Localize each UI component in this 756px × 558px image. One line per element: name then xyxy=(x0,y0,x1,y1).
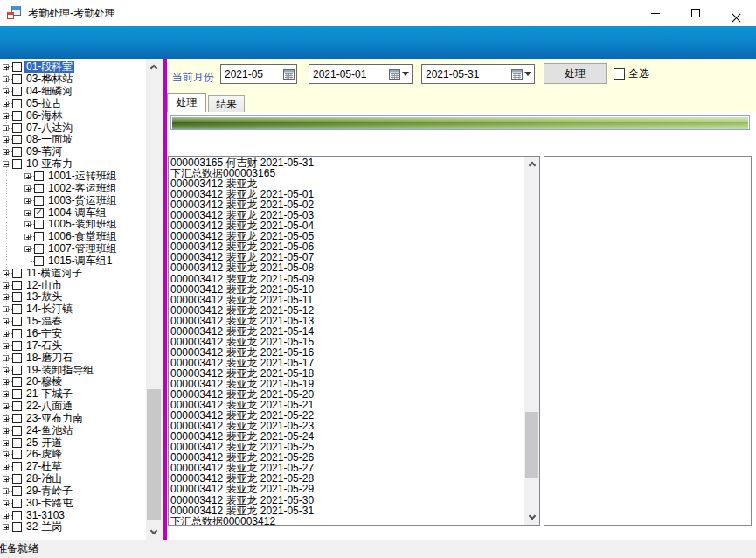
tree-checkbox[interactable] xyxy=(12,317,22,326)
tree-expander-icon[interactable] xyxy=(24,198,31,204)
tree-item[interactable]: 1005-装卸班组 xyxy=(0,219,145,231)
tree-item-label[interactable]: 16-宁安 xyxy=(24,328,64,339)
tree-scrollbar[interactable] xyxy=(146,59,162,540)
tree-checkbox[interactable] xyxy=(12,499,22,508)
tree-item[interactable]: 20-穆棱 xyxy=(0,376,145,388)
tree-item[interactable]: 1003-货运班组 xyxy=(0,194,145,206)
tree-item[interactable]: 06-海林 xyxy=(0,109,145,122)
tree-item-label[interactable]: 14-长汀镇 xyxy=(24,303,74,315)
tree-item[interactable]: 16-宁安 xyxy=(0,328,145,340)
tree-expander-icon[interactable] xyxy=(3,415,9,422)
tree-expander-icon[interactable] xyxy=(3,270,9,276)
tree-item[interactable]: 27-杜草 xyxy=(0,461,145,473)
tree-expander-icon[interactable] xyxy=(3,318,9,324)
tree-item-label[interactable]: 27-杜草 xyxy=(24,461,64,472)
tree-item[interactable]: 29-青岭子 xyxy=(0,485,145,498)
close-button[interactable] xyxy=(716,0,756,26)
tree-item-label[interactable]: 12-山市 xyxy=(24,280,64,291)
tree-item[interactable]: 17-石头 xyxy=(0,339,145,352)
tree-expander-icon[interactable] xyxy=(3,149,9,155)
tree-item-label[interactable]: 05-拉古 xyxy=(24,98,64,109)
tree-item-label[interactable]: 08-一面坡 xyxy=(24,134,74,145)
tree-item[interactable]: 23-亚布力南 xyxy=(0,412,145,424)
tree-expander-icon[interactable] xyxy=(3,294,9,300)
tree-item-label[interactable]: 1006-食堂班组 xyxy=(46,231,119,242)
tree-item[interactable]: 1004-调车组 xyxy=(0,206,145,219)
tree-checkbox[interactable] xyxy=(12,135,22,144)
tree-item[interactable]: 12-山市 xyxy=(0,279,145,291)
tree-expander-icon[interactable] xyxy=(24,221,31,227)
tree-expander-icon[interactable] xyxy=(3,355,9,361)
tree-expander-icon[interactable] xyxy=(3,488,9,494)
tree-expander-icon[interactable] xyxy=(24,234,31,240)
tree-checkbox[interactable] xyxy=(34,232,44,241)
log-scrollbar[interactable] xyxy=(524,157,539,525)
tree-item[interactable]: 26-虎峰 xyxy=(0,449,145,461)
tree-item-label[interactable]: 15-温春 xyxy=(24,316,64,327)
tree-item-label[interactable]: 30-卡路屯 xyxy=(24,498,74,509)
tree-item[interactable]: 13-敖头 xyxy=(0,291,145,303)
tree-expander-icon[interactable] xyxy=(3,331,9,337)
tree-expander-icon[interactable] xyxy=(3,500,9,506)
tree-checkbox[interactable] xyxy=(12,426,22,436)
tree-item-label[interactable]: 04-细磷河 xyxy=(24,86,74,97)
scroll-up-button[interactable] xyxy=(524,157,539,171)
tree-item[interactable]: 10-亚布力 xyxy=(0,158,145,171)
select-all-label[interactable]: 全选 xyxy=(628,66,649,81)
tree-item[interactable]: 1006-食堂班组 xyxy=(0,231,145,243)
calendar-icon[interactable] xyxy=(389,69,400,80)
tree-expander-icon[interactable] xyxy=(3,306,9,312)
end-date-picker[interactable]: 2021-05-31 xyxy=(421,64,535,84)
tree-checkbox[interactable] xyxy=(34,208,44,218)
tree-expander-icon[interactable] xyxy=(24,185,31,192)
dropdown-arrow-icon[interactable] xyxy=(524,72,531,76)
tree-item-label[interactable]: 09-苇河 xyxy=(24,146,64,157)
tree-checkbox[interactable] xyxy=(12,450,22,459)
scroll-down-button[interactable] xyxy=(146,525,162,540)
tree-item-label[interactable]: 10-亚布力 xyxy=(24,158,74,170)
tree-expander-icon[interactable] xyxy=(3,343,9,349)
tree-expander-icon[interactable] xyxy=(3,161,9,167)
tree-checkbox[interactable] xyxy=(12,474,22,484)
tree-item[interactable]: 18-磨刀石 xyxy=(0,352,145,364)
tree-item[interactable]: 05-拉古 xyxy=(0,98,145,110)
tree-checkbox[interactable] xyxy=(34,184,44,193)
tree-expander-icon[interactable] xyxy=(3,513,9,519)
tree-expander-icon[interactable] xyxy=(3,464,9,470)
tree-item[interactable]: 15-温春 xyxy=(0,316,145,328)
tree-checkbox[interactable] xyxy=(12,353,22,363)
tree-item-label[interactable]: 03-桦林站 xyxy=(24,73,74,85)
dropdown-arrow-icon[interactable] xyxy=(402,72,409,76)
tree-item[interactable]: 01-段科室 xyxy=(0,61,145,73)
tree-expander-icon[interactable] xyxy=(3,125,9,131)
tree-expander-icon[interactable] xyxy=(24,173,31,179)
tree-item-label[interactable]: 32-兰岗 xyxy=(24,521,64,533)
tree-item-label[interactable]: 1015-调车组1 xyxy=(46,255,114,267)
tree-item-label[interactable]: 28-冶山 xyxy=(24,473,64,485)
tree-checkbox[interactable] xyxy=(12,74,22,84)
tree-item[interactable]: 32-兰岗 xyxy=(0,521,145,534)
tree-item[interactable]: 19-装卸指导组 xyxy=(0,364,145,376)
tree-item-label[interactable]: 06-海林 xyxy=(24,110,64,122)
scroll-thumb[interactable] xyxy=(147,389,161,520)
tree-checkbox[interactable] xyxy=(12,62,22,72)
tree-item-label[interactable]: 01-段科室 xyxy=(24,61,74,73)
tree-expander-icon[interactable] xyxy=(3,440,9,446)
scroll-thumb[interactable] xyxy=(525,412,538,478)
tree-item-label[interactable]: 11-横道河子 xyxy=(24,268,84,279)
tree-item-label[interactable]: 21-下城子 xyxy=(24,388,74,400)
tree-item-label[interactable]: 1002-客运班组 xyxy=(46,183,119,194)
tree-item-label[interactable]: 31-3103 xyxy=(24,510,66,521)
tree-item-label[interactable]: 19-装卸指导组 xyxy=(24,365,95,376)
tree-item[interactable]: 28-冶山 xyxy=(0,473,145,485)
tree-item[interactable]: 1015-调车组1 xyxy=(0,255,145,268)
tree-expander-icon[interactable] xyxy=(24,210,31,216)
tab-process[interactable]: 处理 xyxy=(167,93,206,112)
tree-item-label[interactable]: 22-八面通 xyxy=(24,401,74,412)
tree-item-label[interactable]: 17-石头 xyxy=(24,340,64,352)
tab-result[interactable]: 结果 xyxy=(208,95,245,112)
month-picker[interactable]: 2021-05 xyxy=(220,64,297,84)
tree-expander-icon[interactable] xyxy=(3,428,9,434)
tree-item[interactable]: 07-八达沟 xyxy=(0,122,145,134)
tree-checkbox[interactable] xyxy=(12,304,22,314)
